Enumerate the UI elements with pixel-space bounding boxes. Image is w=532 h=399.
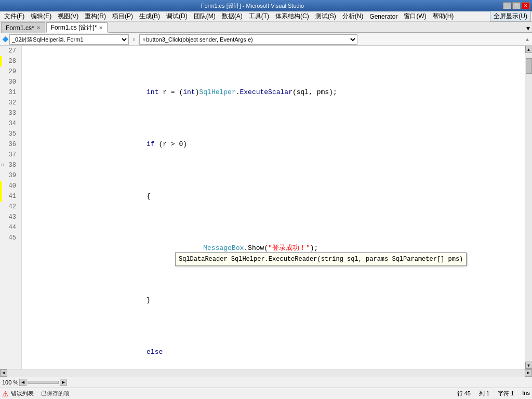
navigation-bar: 🔷 _02封装SqlHelper类. Form1 ♀ ♀button3_Clic…: [0, 33, 532, 46]
scroll-track[interactable]: [525, 53, 533, 362]
method-icon: ♀: [130, 36, 138, 42]
kw-int: int: [147, 87, 158, 98]
zoom-bar: 100 % ◄ ►: [0, 376, 532, 388]
menu-help[interactable]: 帮助(H): [430, 11, 457, 21]
hscroll-left-button[interactable]: ◄: [0, 369, 7, 377]
menu-window[interactable]: 窗口(W): [401, 11, 429, 21]
intellisense-tooltip: SqlDataReader SqlHelper.ExecuteReader(st…: [175, 252, 467, 266]
col-value: 1: [486, 390, 489, 396]
line-num-33: 33: [0, 108, 18, 118]
tab-form1cs-design-close[interactable]: ✕: [99, 25, 103, 31]
error-list-label[interactable]: 错误列表: [11, 390, 34, 397]
line-num-39: 39: [0, 170, 18, 181]
tab-form1cs-close[interactable]: ✕: [36, 25, 41, 31]
line-num-30: 30: [0, 77, 18, 87]
line-numbers: 27 28 29 30 31 32 33 34 35 36 37 ⊟ 38 39…: [0, 46, 22, 369]
title-controls[interactable]: _ □ ✕: [503, 2, 530, 9]
col-label: 列: [479, 390, 485, 396]
line-num-29: 29: [0, 66, 18, 77]
status-bar: ⚠ 错误列表 已保存的项 行 45 列 1 字符 1 Ins: [0, 388, 532, 399]
status-right: 行 45 列 1 字符 1 Ins: [457, 390, 530, 397]
class-dropdown[interactable]: _02封装SqlHelper类. Form1: [9, 34, 129, 45]
col-indicator: 列 1: [479, 390, 489, 397]
line-num-43: 43: [0, 212, 18, 222]
row-value: 45: [464, 390, 471, 396]
line-num-40: 40: [0, 181, 18, 191]
char-label: 字符: [498, 390, 509, 396]
row-indicator: 行 45: [457, 390, 471, 397]
line-num-44: 44: [0, 222, 18, 233]
line-num-37: 37: [0, 150, 18, 160]
code-line-30: MessageBox.Show("登录成功！");: [25, 243, 525, 254]
minimize-button[interactable]: _: [503, 2, 511, 9]
nav-icon: 🔷: [0, 36, 8, 42]
hscroll-right-button[interactable]: ►: [525, 369, 532, 377]
menu-debug[interactable]: 调试(D): [163, 11, 191, 21]
zoom-up-button[interactable]: ►: [60, 379, 67, 386]
line-num-35: 35: [0, 129, 18, 139]
line-num-36: 36: [0, 139, 18, 150]
line-num-34: 34: [0, 118, 18, 129]
menu-refactor[interactable]: 重构(R): [82, 11, 109, 21]
menu-fullscreen[interactable]: 全屏显示(U): [490, 11, 531, 22]
menu-build[interactable]: 生成(B): [136, 11, 163, 21]
line-num-31: 31: [0, 87, 18, 98]
code-area[interactable]: int r = (int)SqlHelper.ExecuteScalar(sql…: [22, 46, 525, 369]
line-num-28: 28: [0, 56, 18, 66]
scroll-up-button[interactable]: ▲: [525, 46, 533, 53]
saved-items-label: 已保存的项: [41, 390, 70, 397]
zoom-slider[interactable]: [28, 381, 59, 384]
title-bar: Form1.cs [设计] - Microsoft Visual Studio …: [0, 0, 532, 11]
char-value: 1: [511, 390, 514, 396]
close-button[interactable]: ✕: [522, 2, 530, 9]
insert-mode: Ins: [522, 390, 530, 397]
tab-form1cs-design[interactable]: Form1.cs [设计]* ✕: [46, 22, 108, 33]
menu-project[interactable]: 项目(P): [109, 11, 136, 21]
menu-edit[interactable]: 编辑(E): [28, 11, 55, 21]
nav-scroll-up[interactable]: ▲: [525, 36, 532, 42]
line-num-45: 45: [0, 233, 18, 243]
menu-view[interactable]: 视图(V): [55, 11, 82, 21]
char-indicator: 字符 1: [498, 390, 514, 397]
code-container: 27 28 29 30 31 32 33 34 35 36 37 ⊟ 38 39…: [0, 46, 532, 369]
code-line-27: int r = (int)SqlHelper.ExecuteScalar(sql…: [25, 87, 525, 98]
menu-analyze[interactable]: 分析(N): [339, 11, 367, 21]
tab-bar: Form1.cs* ✕ Form1.cs [设计]* ✕ ▾: [0, 22, 532, 33]
zoom-down-button[interactable]: ◄: [19, 379, 26, 386]
menu-team[interactable]: 团队(M): [191, 11, 219, 21]
code-line-28: if (r > 0): [25, 139, 525, 150]
horizontal-scrollbar[interactable]: ◄ ►: [0, 369, 532, 376]
menu-test[interactable]: 测试(S): [312, 11, 339, 21]
menu-data[interactable]: 数据(A): [219, 11, 246, 21]
row-label: 行: [457, 390, 463, 396]
title-text: Form1.cs [设计] - Microsoft Visual Studio: [2, 2, 503, 10]
menu-generator[interactable]: Generator: [366, 12, 401, 21]
menu-file[interactable]: 文件(F): [1, 11, 28, 21]
line-num-38: ⊟ 38: [0, 160, 18, 170]
status-left: ⚠ 错误列表 已保存的项: [2, 390, 457, 398]
scroll-thumb[interactable]: [526, 58, 532, 74]
menu-tools[interactable]: 工具(T): [246, 11, 272, 21]
tooltip-text: SqlDataReader SqlHelper.ExecuteReader(st…: [179, 256, 463, 263]
zoom-value: 100 %: [2, 379, 18, 385]
tab-form1cs[interactable]: Form1.cs* ✕: [1, 22, 45, 33]
menu-arch[interactable]: 体系结构(C): [272, 11, 312, 21]
code-line-29: {: [25, 191, 525, 202]
tab-dropdown-button[interactable]: ▾: [524, 24, 532, 33]
scroll-down-button[interactable]: ▼: [525, 362, 533, 369]
vertical-scrollbar[interactable]: ▲ ▼: [525, 46, 532, 369]
menu-bar: 文件(F) 编辑(E) 视图(V) 重构(R) 项目(P) 生成(B) 调试(D…: [0, 11, 532, 22]
line-num-41: 41: [0, 191, 18, 202]
method-dropdown[interactable]: ♀button3_Click(object sender, EventArgs …: [139, 34, 357, 45]
line-num-42: 42: [0, 202, 18, 212]
line-num-32: 32: [0, 98, 18, 108]
hscroll-track[interactable]: [7, 369, 525, 377]
tab-form1cs-label: Form1.cs*: [6, 24, 34, 32]
tab-form1cs-design-label: Form1.cs [设计]*: [51, 23, 97, 32]
code-line-32: else: [25, 347, 525, 357]
line-num-27: 27: [0, 46, 18, 56]
code-line-31: }: [25, 295, 525, 305]
maximize-button[interactable]: □: [512, 2, 521, 9]
error-icon: ⚠: [2, 390, 9, 398]
